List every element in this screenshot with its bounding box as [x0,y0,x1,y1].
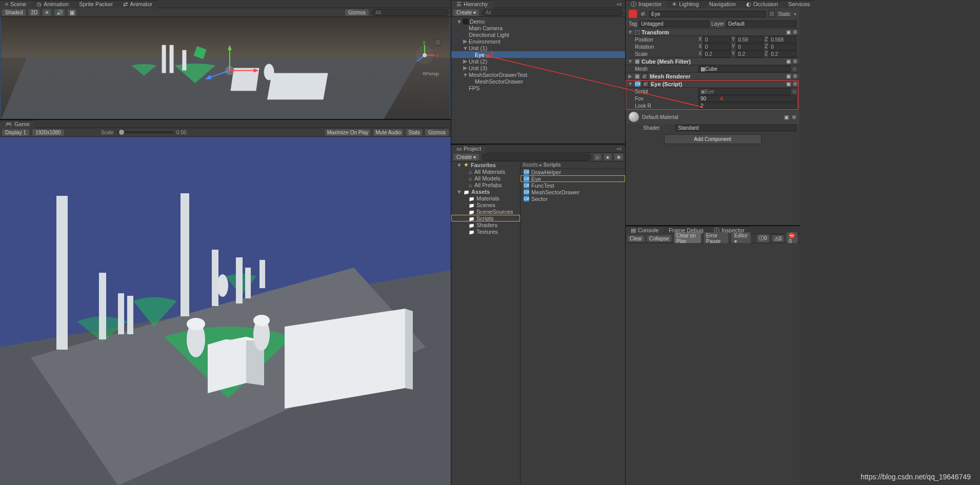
hierarchy-item[interactable]: Main Camera [451,25,625,31]
active-checkbox[interactable]: ✓ [640,11,646,17]
project-asset-item[interactable]: C#Sector [521,195,625,202]
renderer-enabled[interactable]: ✓ [642,73,648,79]
project-folders[interactable]: ▼★Favorites⌕All Materials⌕All Models⌕All… [451,161,521,485]
game-gizmos-dropdown[interactable]: Gizmos [425,129,449,136]
tab-sprite-packer[interactable]: Sprite Packer [74,0,118,8]
tag-dropdown[interactable]: Untagged [639,21,709,27]
scale-slider[interactable] [117,131,173,133]
project-asset-item[interactable]: C#DrawHelper [521,169,625,175]
hierarchy-item[interactable]: ▶Unit (2) [451,58,625,65]
hierarchy-tree[interactable]: ▼DemoMain CameraDirectional Light▶Enviro… [451,17,625,144]
hierarchy-item[interactable]: FPS [451,85,625,91]
gizmos-dropdown[interactable]: Gizmos [345,9,369,16]
panel-menu-icon[interactable]: ▪≡ [614,146,625,152]
shader-dropdown[interactable]: Standard [676,125,796,131]
rot-y[interactable]: 0 [736,44,764,50]
help-icon[interactable]: ▣ [786,73,791,79]
project-folder-item[interactable]: ⌕All Models [451,175,520,181]
hierarchy-search[interactable] [482,9,623,16]
gear-icon[interactable]: ⚙ [793,58,797,64]
tab-navigation[interactable]: Navigation [704,0,741,8]
tab-lighting[interactable]: ☀Lighting [667,0,704,8]
scale-x[interactable]: 0.2 [703,51,731,57]
gear-icon[interactable]: ⚙ [793,73,797,79]
project-asset-item[interactable]: C#MeshSectorDrawer [521,189,625,195]
help-icon[interactable]: ▣ [784,114,789,120]
lock-icon[interactable] [435,39,441,46]
hierarchy-item[interactable]: ▼MeshSectorDrawerTest [451,71,625,78]
hierarchy-item[interactable]: ▶Unit (3) [451,65,625,71]
help-icon[interactable]: ▣ [786,81,791,87]
lookr-field[interactable]: 2 [698,103,796,109]
project-folder-item[interactable]: SceneSources [451,208,520,215]
fx-toggle[interactable]: ▦ [68,9,76,16]
gear-icon[interactable]: ⚙ [793,29,797,35]
scale-y[interactable]: 0.2 [736,51,764,57]
tab-inspector[interactable]: ⓘInspector [626,0,667,8]
project-folder-item[interactable]: Shaders [451,221,520,228]
clear-button[interactable]: Clear [628,235,644,242]
project-folder-item[interactable]: ▼★Favorites [451,161,520,168]
scene-search[interactable] [372,9,449,16]
tab-hierarchy[interactable]: ☰Hierarchy [451,0,493,8]
tab-console[interactable]: ▤Console [626,226,664,234]
filter-type-icon[interactable]: ● [604,154,611,160]
project-asset-item[interactable]: C#FuncTest [521,182,625,189]
hierarchy-item[interactable]: ▶Environment [451,38,625,45]
project-folder-item[interactable]: Materials [451,195,520,201]
project-create[interactable]: Create ▾ [453,154,479,160]
transform-component[interactable]: ▼⬚Transform▣⚙ [626,28,799,36]
static-checkbox[interactable] [769,11,775,17]
maximize-toggle[interactable]: Maximize On Play [325,129,371,136]
search-filter-icon[interactable]: ⌕ [594,154,601,160]
tab-game[interactable]: 🎮Game [0,120,35,128]
filter-label-icon[interactable]: ★ [614,154,623,160]
collapse-toggle[interactable]: Collapse [647,235,671,242]
script-enabled[interactable]: ✓ [643,81,649,87]
rot-z[interactable]: 0 [769,44,796,50]
pos-z[interactable]: 0.568 [769,36,796,43]
breadcrumb[interactable]: Assets ▸ Scripts [523,162,561,168]
project-search[interactable] [482,154,591,160]
display-dropdown[interactable]: Display 1 [2,129,29,136]
help-icon[interactable]: ▣ [786,29,791,35]
project-folder-item[interactable]: Scripts [451,215,520,221]
audio-toggle[interactable]: 🔊 [54,9,65,16]
project-folder-item[interactable]: ⌕All Prefabs [451,181,520,188]
pos-y[interactable]: 0.59 [736,36,764,43]
resolution-dropdown[interactable]: 1920x1080 [32,129,64,136]
tab-occlusion[interactable]: ◐Occlusion [741,0,783,8]
mesh-filter-component[interactable]: ▼▦Cube (Mesh Filter)▣⚙ [626,57,799,65]
panel-menu-icon[interactable]: ▪≡ [614,1,625,7]
info-count[interactable]: ⓘ0 [757,234,769,243]
project-folder-item[interactable]: Textures [451,228,520,235]
mesh-renderer-component[interactable]: ▶▦✓Mesh Renderer▣⚙ [626,72,799,80]
warn-count[interactable]: ⚠0 [772,235,784,242]
stats-toggle[interactable]: Stats [406,129,422,136]
pos-x[interactable]: 0 [703,36,731,43]
mesh-field[interactable]: ▦ Cube [698,66,790,72]
add-component-button[interactable]: Add Component [664,134,762,144]
shading-dropdown[interactable]: Shaded [2,9,26,16]
project-folder-item[interactable]: Scenes [451,201,520,208]
layer-dropdown[interactable]: Default [726,21,796,27]
tab-animator[interactable]: ⇄Animator [118,0,157,8]
tab-animation[interactable]: ◷Animation [31,0,74,8]
hierarchy-item[interactable]: Eye [451,51,625,58]
project-folder-item[interactable]: ▼Assets [451,188,520,195]
console-output[interactable] [626,243,799,485]
scale-z[interactable]: 0.2 [769,51,796,57]
hierarchy-item[interactable]: Directional Light [451,31,625,38]
rot-x[interactable]: 0 [703,44,731,50]
mute-toggle[interactable]: Mute Audio [373,129,403,136]
tab-project[interactable]: ▭Project [451,145,486,153]
tab-services[interactable]: Services [783,0,815,8]
gear-icon[interactable]: ⚙ [792,114,796,120]
object-name-field[interactable]: Eye [649,11,766,17]
project-folder-item[interactable]: ⌕All Materials [451,168,520,175]
2d-toggle[interactable]: 2D [29,9,39,16]
fov-field[interactable]: 90 [698,95,796,102]
hierarchy-item[interactable]: MeshSectorDrawer [451,78,625,85]
scene-viewport[interactable]: x y ≡Persp [0,17,451,119]
help-icon[interactable]: ▣ [786,58,791,64]
